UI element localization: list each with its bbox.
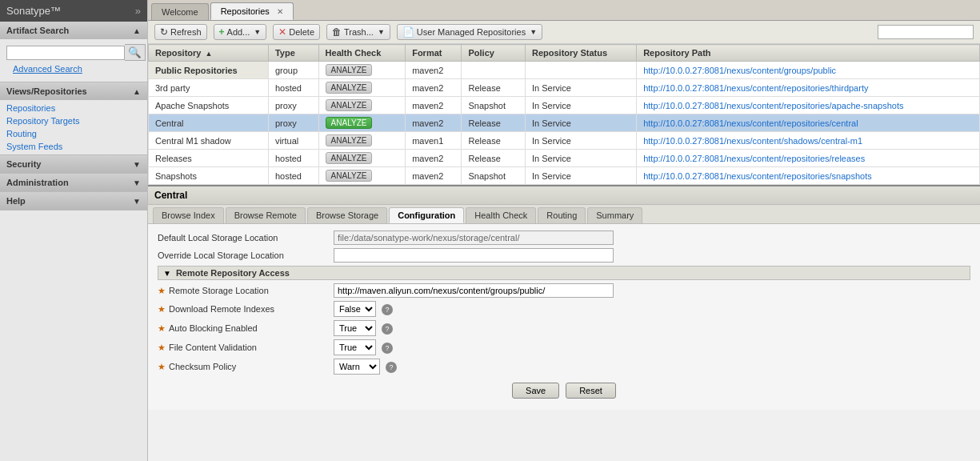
repo-path-link[interactable]: http://10.0.0.27:8081/nexus/content/repo… — [643, 101, 903, 110]
analyze-button[interactable]: ANALYZE — [326, 134, 373, 146]
table-row[interactable]: CentralproxyANALYZEmaven2ReleaseIn Servi… — [149, 114, 980, 132]
analyze-button[interactable]: ANALYZE — [326, 117, 373, 129]
tab-repositories-close[interactable]: ✕ — [277, 7, 283, 16]
tab-configuration[interactable]: Configuration — [389, 207, 464, 223]
sidebar-collapse-icon[interactable]: » — [135, 5, 141, 17]
cell-repo-name: 3rd party — [149, 79, 269, 97]
col-header-path[interactable]: Repository Path — [637, 45, 980, 62]
sidebar-section-header-administration[interactable]: Administration ▼ — [0, 174, 147, 191]
delete-button[interactable]: ✕ Delete — [273, 24, 320, 40]
cell-type: group — [268, 62, 318, 79]
cell-repo-name: Central M1 shadow — [149, 132, 269, 150]
cell-path: http://10.0.0.27:8081/nexus/content/repo… — [637, 167, 980, 185]
sidebar-item-repository-targets[interactable]: Repository Targets — [0, 114, 147, 127]
advanced-search-link[interactable]: Advanced Search — [6, 61, 141, 77]
repo-path-link[interactable]: http://10.0.0.27:8081/nexus/content/repo… — [643, 118, 858, 128]
repository-table: Repository ▲ Type Health Check Format Po… — [148, 44, 980, 185]
trash-icon: 🗑 — [332, 26, 342, 38]
cell-health: ANALYZE — [318, 114, 406, 132]
tab-welcome-label: Welcome — [162, 7, 198, 17]
reset-button[interactable]: Reset — [566, 383, 616, 399]
override-local-storage-input[interactable] — [334, 248, 614, 263]
views-links: Repositories Repository Targets Routing … — [0, 100, 147, 154]
table-row[interactable]: SnapshotshostedANALYZEmaven2SnapshotIn S… — [149, 167, 980, 185]
cell-path: http://10.0.0.27:8081/nexus/content/shad… — [637, 132, 980, 150]
cell-policy: Snapshot — [462, 167, 526, 185]
toolbar-search-input[interactable] — [878, 25, 974, 39]
cell-health: ANALYZE — [318, 79, 406, 97]
artifact-search-label: Artifact Search — [6, 26, 69, 35]
cell-repo-name: Snapshots — [149, 167, 269, 185]
checksum-help-icon[interactable]: ? — [386, 362, 397, 373]
col-header-format[interactable]: Format — [406, 45, 462, 62]
repo-path-link[interactable]: http://10.0.0.27:8081/nexus/content/shad… — [643, 136, 862, 146]
tab-repositories[interactable]: Repositories ✕ — [210, 2, 294, 20]
artifact-search-button[interactable]: 🔍 — [125, 44, 146, 61]
tab-welcome[interactable]: Welcome — [151, 3, 209, 20]
remote-storage-label: ★Remote Storage Location — [158, 286, 334, 296]
repository-table-wrapper: Repository ▲ Type Health Check Format Po… — [148, 44, 980, 185]
remote-storage-input[interactable] — [334, 283, 614, 298]
download-remote-select[interactable]: False True — [334, 301, 376, 317]
security-arrow: ▼ — [133, 160, 141, 169]
views-arrow: ▲ — [133, 87, 141, 96]
remote-access-section-header: ▼ Remote Repository Access — [158, 266, 970, 280]
analyze-button[interactable]: ANALYZE — [326, 99, 373, 111]
file-content-label: ★File Content Validation — [158, 343, 334, 353]
analyze-button[interactable]: ANALYZE — [326, 82, 373, 94]
remote-section-toggle[interactable]: ▼ — [163, 269, 171, 278]
checksum-select[interactable]: Warn Strict Ignore — [334, 359, 380, 375]
refresh-label: Refresh — [170, 27, 202, 37]
tab-health-check[interactable]: Health Check — [466, 207, 536, 223]
user-managed-button[interactable]: 📄 User Managed Repositories ▼ — [397, 24, 542, 40]
download-remote-help-icon[interactable]: ? — [382, 304, 393, 315]
tab-browse-storage[interactable]: Browse Storage — [307, 207, 387, 223]
col-header-health-check[interactable]: Health Check — [318, 45, 406, 62]
tab-routing[interactable]: Routing — [538, 207, 586, 223]
table-row[interactable]: ReleaseshostedANALYZEmaven2ReleaseIn Ser… — [149, 150, 980, 167]
repo-path-link[interactable]: http://10.0.0.27:8081/nexus/content/repo… — [643, 83, 868, 93]
save-button[interactable]: Save — [512, 383, 559, 399]
tab-summary[interactable]: Summary — [587, 207, 642, 223]
col-header-status[interactable]: Repository Status — [525, 45, 636, 62]
cell-format: maven2 — [406, 79, 462, 97]
detail-panel: Central Browse Index Browse Remote Brows… — [148, 185, 980, 410]
sidebar-item-repositories[interactable]: Repositories — [0, 102, 147, 114]
tab-browse-remote[interactable]: Browse Remote — [226, 207, 306, 223]
cell-type: hosted — [268, 167, 318, 185]
analyze-button[interactable]: ANALYZE — [326, 170, 373, 182]
cell-format: maven2 — [406, 167, 462, 185]
sidebar-section-header-security[interactable]: Security ▼ — [0, 155, 147, 173]
remote-storage-row: ★Remote Storage Location — [158, 283, 970, 298]
repo-path-link[interactable]: http://10.0.0.27:8081/nexus/content/grou… — [643, 66, 836, 75]
help-label: Help — [6, 196, 26, 206]
auto-blocking-select[interactable]: False True — [334, 320, 376, 336]
cell-status: In Service — [525, 150, 636, 167]
analyze-button[interactable]: ANALYZE — [326, 152, 373, 164]
trash-button[interactable]: 🗑 Trash... ▼ — [326, 24, 390, 40]
table-row[interactable]: Apache SnapshotsproxyANALYZEmaven2Snapsh… — [149, 97, 980, 114]
table-row[interactable]: 3rd partyhostedANALYZEmaven2ReleaseIn Se… — [149, 79, 980, 97]
col-header-policy[interactable]: Policy — [462, 45, 526, 62]
col-header-repository[interactable]: Repository ▲ — [149, 45, 269, 62]
table-row[interactable]: Public RepositoriesgroupANALYZEmaven2htt… — [149, 62, 980, 79]
sidebar-section-header-artifact-search[interactable]: Artifact Search ▲ — [0, 22, 147, 39]
table-row[interactable]: Central M1 shadowvirtualANALYZEmaven1Rel… — [149, 132, 980, 150]
tab-browse-index[interactable]: Browse Index — [153, 207, 224, 223]
cell-path: http://10.0.0.27:8081/nexus/content/grou… — [637, 62, 980, 79]
sidebar-section-header-help[interactable]: Help ▼ — [0, 192, 147, 210]
col-header-type[interactable]: Type — [268, 45, 318, 62]
file-content-help-icon[interactable]: ? — [382, 343, 393, 354]
auto-blocking-help-icon[interactable]: ? — [382, 323, 393, 335]
sidebar-section-header-views[interactable]: Views/Repositories ▲ — [0, 82, 147, 100]
cell-format: maven2 — [406, 97, 462, 114]
add-button[interactable]: + Add... ▼ — [214, 24, 267, 40]
artifact-search-input[interactable] — [6, 46, 125, 60]
sidebar-item-routing[interactable]: Routing — [0, 127, 147, 140]
repo-path-link[interactable]: http://10.0.0.27:8081/nexus/content/repo… — [643, 171, 872, 181]
analyze-button[interactable]: ANALYZE — [326, 64, 373, 76]
sidebar-item-system-feeds[interactable]: System Feeds — [0, 140, 147, 153]
refresh-button[interactable]: ↻ Refresh — [154, 24, 207, 40]
file-content-select[interactable]: False True — [334, 339, 376, 355]
repo-path-link[interactable]: http://10.0.0.27:8081/nexus/content/repo… — [643, 154, 865, 163]
